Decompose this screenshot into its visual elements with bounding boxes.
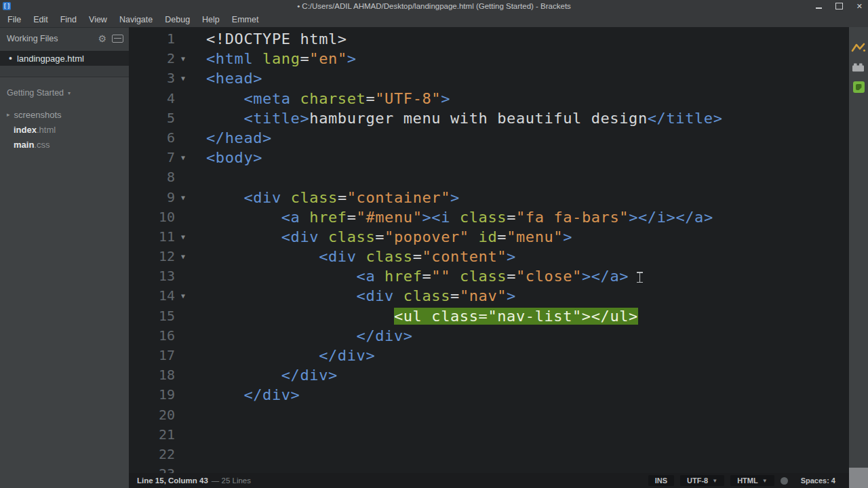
- code-text: <a href="" class="close"></a>: [191, 268, 643, 285]
- line-number: 20: [129, 405, 175, 425]
- code-text: </div>: [191, 327, 413, 344]
- gear-icon[interactable]: ⚙: [98, 34, 106, 43]
- live-preview-icon[interactable]: [851, 42, 866, 54]
- line-number: 15: [129, 306, 175, 326]
- line-number: 19: [129, 385, 175, 405]
- code-line[interactable]: 13 <a href="" class="close"></a>: [129, 266, 849, 286]
- tree-file-index[interactable]: index.html: [0, 122, 129, 137]
- code-line[interactable]: 3▼<head>: [129, 68, 849, 88]
- code-text: </div>: [191, 367, 338, 384]
- fold-arrow-icon[interactable]: ▼: [175, 247, 191, 266]
- code-line[interactable]: 8: [129, 167, 849, 187]
- code-text: </div>: [191, 347, 375, 364]
- line-number: 9: [129, 188, 175, 207]
- menu-navigate[interactable]: Navigate: [113, 12, 159, 27]
- code-line[interactable]: 16 </div>: [129, 326, 849, 346]
- code-line[interactable]: 14▼ <div class="nav">: [129, 286, 849, 306]
- line-number: 8: [129, 167, 175, 187]
- fold-arrow-icon[interactable]: ▼: [175, 188, 191, 207]
- sidebar: Working Files ⚙ • landingpage.html Getti…: [0, 28, 129, 488]
- line-number: 7: [129, 148, 175, 167]
- code-line[interactable]: 15 <ul class="nav-list"></ul>: [129, 306, 849, 326]
- working-file-landingpage[interactable]: • landingpage.html: [0, 51, 129, 66]
- line-number: 22: [129, 445, 175, 464]
- code-text: <a href="#menu"><i class="fa fa-bars"></…: [191, 209, 713, 226]
- code-text: <ul class="nav-list"></ul>: [191, 308, 638, 325]
- code-line[interactable]: 5 <title>hamburger menu with beautiful d…: [129, 108, 849, 128]
- line-number: 21: [129, 425, 175, 445]
- chevron-down-icon: ▼: [712, 478, 717, 484]
- title-bar: [] • C:/Users/ADIL AHMAD/Desktop/landing…: [0, 0, 868, 12]
- code-line[interactable]: 23: [129, 464, 849, 473]
- menu-bar: FileEditFindViewNavigateDebugHelpEmmet: [0, 12, 868, 28]
- code-line[interactable]: 17 </div>: [129, 346, 849, 365]
- menu-emmet[interactable]: Emmet: [226, 12, 265, 27]
- project-dropdown[interactable]: Getting Started ▾: [0, 85, 129, 100]
- code-line[interactable]: 2▼<html lang="en">: [129, 49, 849, 68]
- line-number: 18: [129, 365, 175, 385]
- text-cursor-ibeam-icon: [637, 272, 643, 283]
- code-line[interactable]: 18 </div>: [129, 365, 849, 385]
- close-button[interactable]: ✕: [856, 0, 863, 12]
- line-number: 11: [129, 227, 175, 247]
- code-text: [191, 407, 206, 424]
- working-file-name: landingpage.html: [17, 54, 84, 64]
- menu-debug[interactable]: Debug: [159, 12, 196, 27]
- line-number: 2: [129, 49, 175, 68]
- line-number: 13: [129, 266, 175, 286]
- line-count: — 25 Lines: [212, 476, 251, 485]
- maximize-button[interactable]: [835, 3, 843, 9]
- menu-edit[interactable]: Edit: [27, 12, 54, 27]
- code-line[interactable]: 10 <a href="#menu"><i class="fa fa-bars"…: [129, 207, 849, 227]
- code-line[interactable]: 4 <meta charset="UTF-8">: [129, 89, 849, 108]
- code-text: <head>: [191, 70, 262, 87]
- encoding-dropdown[interactable]: UTF-8 ▼: [680, 475, 724, 486]
- code-line[interactable]: 21: [129, 425, 849, 445]
- menu-file[interactable]: File: [1, 12, 27, 27]
- code-line[interactable]: 9▼ <div class="container">: [129, 188, 849, 207]
- code-line[interactable]: 6</head>: [129, 128, 849, 148]
- green-extension-icon[interactable]: [853, 81, 865, 93]
- menu-help[interactable]: Help: [196, 12, 226, 27]
- fold-arrow-icon[interactable]: ▼: [175, 148, 191, 167]
- working-files-panel: Working Files ⚙ • landingpage.html: [0, 28, 129, 77]
- insert-mode-toggle[interactable]: INS: [648, 475, 674, 486]
- code-text: [191, 169, 206, 186]
- selected-text: <ul class="nav-list"></ul>: [394, 308, 638, 325]
- code-line[interactable]: 20: [129, 405, 849, 425]
- code-line[interactable]: 7▼<body>: [129, 148, 849, 167]
- code-line[interactable]: 1<!DOCTYPE html>: [129, 29, 849, 49]
- fold-arrow-icon[interactable]: ▼: [175, 227, 191, 247]
- fold-arrow-icon[interactable]: ▼: [175, 49, 191, 68]
- code-text: <div class="container">: [191, 189, 460, 206]
- brackets-window: [] • C:/Users/ADIL AHMAD/Desktop/landing…: [0, 0, 868, 488]
- tree-folder-screenshots[interactable]: ▸screenshots: [0, 107, 129, 122]
- code-text: <div class="popover" id="menu">: [191, 228, 572, 245]
- cursor-position: Line 15, Column 43: [137, 476, 208, 485]
- code-text: [191, 426, 206, 443]
- code-text: [191, 466, 206, 473]
- language-dropdown[interactable]: HTML ▼: [730, 475, 774, 486]
- code-editor[interactable]: 1<!DOCTYPE html>2▼<html lang="en">3▼<hea…: [129, 27, 849, 473]
- tree-file-main[interactable]: main.css: [0, 137, 129, 152]
- extension-manager-icon[interactable]: [852, 62, 865, 73]
- fold-arrow-icon[interactable]: ▼: [175, 286, 191, 306]
- code-text: [191, 446, 206, 463]
- line-number: 3: [129, 68, 175, 88]
- code-line[interactable]: 12▼ <div class="content">: [129, 247, 849, 266]
- fold-arrow-icon[interactable]: ▼: [175, 68, 191, 88]
- code-line[interactable]: 19 </div>: [129, 385, 849, 405]
- menu-find[interactable]: Find: [54, 12, 83, 27]
- line-number: 23: [129, 464, 175, 473]
- minimize-button[interactable]: [816, 7, 822, 9]
- window-title: • C:/Users/ADIL AHMAD/Desktop/landingpag…: [0, 2, 868, 10]
- code-line[interactable]: 11▼ <div class="popover" id="menu">: [129, 227, 849, 247]
- spaces-setting[interactable]: Spaces: 4: [794, 475, 842, 486]
- project-name: Getting Started: [7, 88, 64, 98]
- lint-status-dot[interactable]: [781, 477, 788, 485]
- split-view-icon[interactable]: [112, 35, 123, 43]
- code-text: <body>: [191, 149, 262, 166]
- menu-view[interactable]: View: [83, 12, 113, 27]
- code-line[interactable]: 22: [129, 445, 849, 464]
- code-text: <div class="content">: [191, 248, 516, 265]
